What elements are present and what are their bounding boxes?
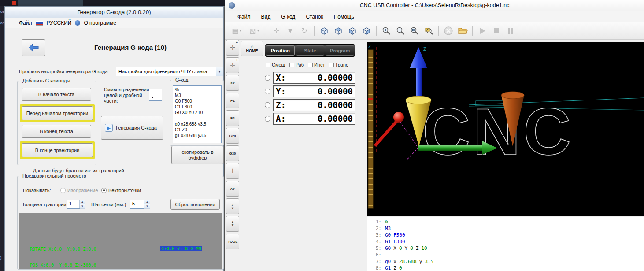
- zoom-window-icon[interactable]: [422, 24, 435, 37]
- view-side-icon[interactable]: [360, 24, 373, 37]
- checkbox-Раб[interactable]: Раб: [289, 61, 304, 68]
- target-cone-top: [501, 92, 524, 99]
- decimal-separator-input[interactable]: .: [149, 89, 162, 101]
- chevron-down-icon[interactable]: ▼: [216, 67, 223, 76]
- checkbox-box[interactable]: [308, 63, 313, 67]
- thickness-stepper[interactable]: 1 ▲▼: [67, 200, 85, 209]
- dro-radio[interactable]: [265, 75, 270, 81]
- at-path-end-button[interactable]: В конце траектории: [22, 143, 93, 157]
- code-token: 28.688: [399, 258, 417, 265]
- stepper-arrows[interactable]: ▲▼: [79, 200, 85, 208]
- dro-radio[interactable]: [265, 116, 270, 122]
- window-title[interactable]: CNC USB Controller - C:\Users\SelenuR\De…: [225, 0, 644, 11]
- add-text-end-button[interactable]: В конец текста: [22, 125, 91, 138]
- filter-icon[interactable]: ▼: [284, 24, 297, 37]
- grid-step-stepper[interactable]: 5 ▲▼: [130, 200, 150, 209]
- sidebar-label: G28: [229, 134, 236, 138]
- sidebar-button-jog-plus[interactable]: ✛+: [226, 40, 239, 56]
- zoom-in-icon[interactable]: [380, 24, 393, 37]
- code-token: 3.5: [425, 258, 433, 265]
- sidebar-button-G30[interactable]: G30: [226, 145, 239, 161]
- menu-Вид[interactable]: Вид: [261, 14, 271, 20]
- sidebar-button-Z[interactable]: Z▾: [226, 198, 239, 214]
- copy-to-clipboard-button[interactable]: скопировать в буффер: [171, 146, 224, 164]
- panel-tabs: PositionStateProgram: [265, 44, 355, 57]
- generate-gcode-button[interactable]: ▶ Генерация G-кода: [101, 116, 163, 140]
- checkbox-Транс[interactable]: Транс: [329, 61, 348, 68]
- back-button[interactable]: [22, 39, 45, 56]
- run-icon[interactable]: [476, 24, 489, 37]
- preview-canvas[interactable]: ROTATE X:0.0 Y:0.0 Z:0.0 X:0.0 Y:-8.0 MM…: [19, 213, 222, 269]
- view-top-icon[interactable]: [332, 24, 345, 37]
- reset-position-button[interactable]: Сброс положения: [170, 199, 220, 210]
- pause-icon[interactable]: [504, 24, 517, 37]
- menu-Помощь[interactable]: Помощь: [334, 14, 354, 20]
- open-file-icon[interactable]: [456, 24, 469, 37]
- cnc-controller-window: CNC USB Controller - C:\Users\SelenuR\De…: [225, 0, 644, 271]
- machine-setup-icon[interactable]: ▦▼: [229, 24, 245, 37]
- sidebar-button-TOOL[interactable]: TOOL: [226, 234, 239, 249]
- menu-G-код[interactable]: G-код: [281, 14, 295, 20]
- code-token: X: [393, 245, 396, 252]
- checkbox-box[interactable]: [329, 63, 334, 67]
- menu-about[interactable]: О программе: [84, 20, 116, 26]
- dro-row: X:0.00000: [265, 71, 355, 84]
- rotate-icon[interactable]: ↻: [298, 24, 311, 37]
- profile-combobox[interactable]: Настройка для фрезерного ЧПУ станка ▼: [116, 67, 223, 76]
- dro-radio[interactable]: [265, 102, 270, 108]
- zoom-out-icon[interactable]: [394, 24, 407, 37]
- zoom-extents-icon[interactable]: [408, 24, 421, 37]
- stop-icon[interactable]: [490, 24, 503, 37]
- sidebar-button-jog[interactable]: ✛: [226, 163, 239, 179]
- dro-radio[interactable]: [265, 89, 270, 94]
- radio-vectors[interactable]: Векторы/точки: [101, 188, 141, 193]
- sidebar-button-P2[interactable]: P2: [226, 110, 239, 126]
- gcode-output-textarea[interactable]: % M3 G0 F500 G1 F300 G0 X0 Y0 Z10 g0 x28…: [173, 85, 222, 143]
- sidebar-button-XY[interactable]: XY: [226, 75, 239, 91]
- strip-text-fragment: ов: [0, 10, 4, 14]
- checkbox-box[interactable]: [266, 63, 270, 67]
- radio-icon[interactable]: [101, 188, 107, 193]
- radio-icon[interactable]: [60, 188, 66, 193]
- grid-step-value[interactable]: 5: [130, 200, 144, 208]
- up-arrow-icon[interactable]: ▲: [144, 200, 150, 204]
- abort-icon[interactable]: [442, 24, 455, 37]
- checkbox-Смещ[interactable]: Смещ: [266, 61, 285, 68]
- down-arrow-icon[interactable]: ▼: [80, 204, 85, 209]
- code-line: 3:G0F500: [367, 232, 644, 238]
- thickness-value[interactable]: 1: [67, 200, 79, 208]
- code-line: 2:M3: [367, 225, 644, 232]
- radio-image[interactable]: Изображение: [60, 188, 98, 193]
- grid-step-label: Шаг сетки (мм.):: [91, 202, 127, 207]
- view-perspective-icon[interactable]: [318, 24, 331, 37]
- menu-Станок[interactable]: Станок: [306, 14, 323, 20]
- menu-Файл[interactable]: Файл: [237, 14, 251, 20]
- sidebar-button-G28[interactable]: G28: [226, 128, 239, 144]
- up-arrow-icon[interactable]: ▲: [80, 200, 85, 204]
- tab-position[interactable]: Position: [266, 45, 295, 56]
- code-token: 0: [399, 265, 402, 271]
- sidebar-button-P1[interactable]: P1: [226, 93, 239, 108]
- machine-offset-icon[interactable]: ▧▼: [246, 24, 263, 37]
- checkbox-box[interactable]: [289, 63, 294, 67]
- window-title[interactable]: Генератор G-кода (2.0.0.20): [5, 7, 223, 18]
- code-token: Z: [393, 265, 396, 271]
- menu-language[interactable]: РУССКИЙ: [47, 20, 72, 26]
- before-path-start-button[interactable]: Перед началом траектории: [22, 106, 93, 120]
- sidebar-button-jog-plus[interactable]: ✛+: [226, 57, 239, 73]
- view-front-icon[interactable]: [346, 24, 359, 37]
- tab-program[interactable]: Program: [326, 45, 354, 56]
- stepper-arrows[interactable]: ▲▼: [144, 200, 150, 208]
- code-line: 1:%: [367, 219, 644, 225]
- home-button[interactable]: ⌂ HOME: [241, 41, 263, 56]
- viewport-3d[interactable]: Z CNC Z: [367, 42, 644, 216]
- gcode-listing[interactable]: 1:%2:M33:G0F5004:G1F3005:G0X0Y0Z106:7:g0…: [367, 217, 644, 271]
- checkbox-Инст[interactable]: Инст: [308, 61, 325, 68]
- sidebar-button-Z[interactable]: ▴Z: [226, 216, 239, 232]
- axes-icon[interactable]: ✛: [270, 24, 283, 37]
- menu-file[interactable]: Файл: [19, 20, 32, 26]
- down-arrow-icon[interactable]: ▼: [144, 204, 150, 209]
- tab-state[interactable]: State: [296, 45, 325, 56]
- add-text-start-button[interactable]: В начало текста: [22, 88, 91, 101]
- sidebar-button-XY[interactable]: XY: [226, 181, 239, 197]
